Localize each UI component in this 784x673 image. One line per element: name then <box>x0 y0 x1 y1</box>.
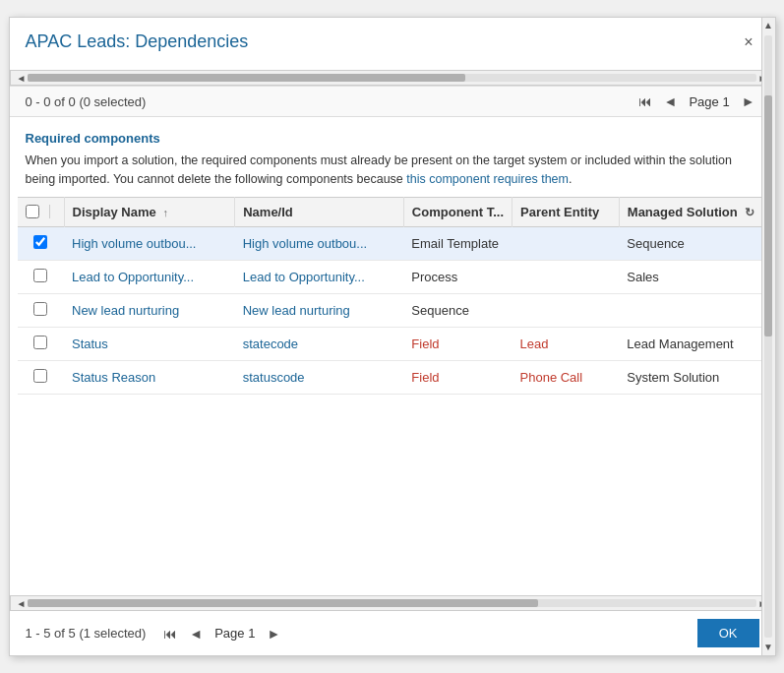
table-row: High volume outbou...High volume outbou.… <box>18 226 767 260</box>
bottom-pagination-info: 1 - 5 of 5 (1 selected) <box>26 626 147 641</box>
row-component-type[interactable]: Field <box>403 360 512 394</box>
row-managed-solution <box>619 293 766 327</box>
row-display-name[interactable]: New lead nurturing <box>64 293 235 327</box>
row-name-id[interactable]: Lead to Opportunity... <box>235 260 404 293</box>
row-parent-entity <box>513 293 620 327</box>
dependencies-table-wrapper: Display Name ↑ Name/Id Component T... Pa… <box>10 197 775 592</box>
row-parent-entity[interactable]: Lead <box>513 327 620 360</box>
row-component-type: Sequence <box>403 293 512 327</box>
row-checkbox[interactable] <box>33 269 47 282</box>
top-pagination-bar: 0 - 0 of 0 (0 selected) ⏮ ◄ Page 1 ► <box>10 86 775 117</box>
required-components-section: Required components When you import a so… <box>10 117 775 197</box>
bottom-scroll-left-arrow[interactable]: ◄ <box>15 598 29 609</box>
row-managed-solution: Lead Management <box>619 327 766 360</box>
desc-text-2: . <box>569 172 572 186</box>
row-managed-solution: System Solution <box>619 360 766 394</box>
top-pagination-info: 0 - 0 of 0 (0 selected) <box>26 94 147 109</box>
row-name-id[interactable]: High volume outbou... <box>235 226 404 260</box>
bottom-next-page-button[interactable]: ► <box>263 625 284 642</box>
top-page-label: Page 1 <box>689 94 729 109</box>
scroll-thumb-top <box>28 74 464 82</box>
table-row: Status ReasonstatuscodeFieldPhone CallSy… <box>18 360 767 394</box>
scroll-thumb <box>764 95 772 336</box>
row-display-name[interactable]: Status <box>64 327 235 360</box>
table-row: Lead to Opportunity...Lead to Opportunit… <box>18 260 767 293</box>
dialog-header: APAC Leads: Dependencies × <box>10 18 775 62</box>
table-row: New lead nurturingNew lead nurturingSequ… <box>18 293 767 327</box>
section-title: Required components <box>26 131 759 146</box>
row-parent-entity[interactable]: Phone Call <box>513 360 620 394</box>
col-header-parent-entity[interactable]: Parent Entity <box>513 197 620 226</box>
scroll-thumb-bottom <box>28 599 537 607</box>
col-header-display-name[interactable]: Display Name ↑ <box>64 197 235 226</box>
row-checkbox[interactable] <box>33 302 47 316</box>
bottom-first-page-button[interactable]: ⏮ <box>159 625 181 642</box>
col-separator <box>49 205 50 218</box>
col-header-name-id[interactable]: Name/Id <box>235 197 404 226</box>
desc-link-text: this component requires them <box>406 172 569 186</box>
table-row: StatusstatecodeFieldLeadLead Management <box>18 327 767 360</box>
row-name-id[interactable]: New lead nurturing <box>235 293 404 327</box>
row-checkbox-cell <box>18 360 65 394</box>
col-header-checkbox <box>18 197 65 226</box>
row-parent-entity <box>513 260 620 293</box>
dependencies-dialog: ▲ ▼ APAC Leads: Dependencies × ◄ ► 0 - 0… <box>9 17 776 656</box>
row-managed-solution: Sales <box>619 260 766 293</box>
row-name-id[interactable]: statecode <box>235 327 404 360</box>
scroll-track <box>764 35 772 638</box>
top-pagination-controls: ⏮ ◄ Page 1 ► <box>634 92 759 110</box>
row-component-type: Email Template <box>403 226 512 260</box>
row-checkbox-cell <box>18 260 65 293</box>
top-prev-page-button[interactable]: ◄ <box>660 92 682 110</box>
vertical-scrollbar[interactable]: ▲ ▼ <box>761 18 775 655</box>
scroll-track-top <box>28 74 755 82</box>
section-description: When you import a solution, the required… <box>26 152 759 189</box>
close-button[interactable]: × <box>738 32 758 52</box>
ok-button[interactable]: OK <box>697 619 759 647</box>
row-display-name[interactable]: High volume outbou... <box>64 226 235 260</box>
select-all-checkbox[interactable] <box>26 205 39 218</box>
table-header-row: Display Name ↑ Name/Id Component T... Pa… <box>18 197 767 226</box>
top-first-page-button[interactable]: ⏮ <box>634 92 656 110</box>
row-parent-entity <box>513 226 620 260</box>
table-body: High volume outbou...High volume outbou.… <box>18 226 767 394</box>
row-component-type[interactable]: Field <box>403 327 512 360</box>
bottom-pagination-bar: 1 - 5 of 5 (1 selected) ⏮ ◄ Page 1 ► <box>26 625 285 642</box>
dialog-title: APAC Leads: Dependencies <box>26 31 249 52</box>
row-name-id[interactable]: statuscode <box>235 360 404 394</box>
bottom-prev-page-button[interactable]: ◄ <box>185 625 207 642</box>
dialog-footer: 1 - 5 of 5 (1 selected) ⏮ ◄ Page 1 ► OK <box>10 611 775 655</box>
row-checkbox-cell <box>18 293 65 327</box>
scroll-up-arrow[interactable]: ▲ <box>763 18 773 33</box>
row-component-type: Process <box>403 260 512 293</box>
row-checkbox-cell <box>18 327 65 360</box>
row-checkbox-cell <box>18 226 65 260</box>
scroll-track-bottom <box>28 599 755 607</box>
desc-text-1: When you import a solution, the required… <box>26 153 732 186</box>
row-checkbox[interactable] <box>33 235 47 249</box>
top-next-page-button[interactable]: ► <box>738 92 759 110</box>
row-checkbox[interactable] <box>33 369 47 383</box>
sort-asc-icon: ↑ <box>162 207 168 218</box>
dependencies-table: Display Name ↑ Name/Id Component T... Pa… <box>18 197 767 395</box>
scroll-down-arrow[interactable]: ▼ <box>763 640 773 655</box>
row-display-name[interactable]: Status Reason <box>64 360 235 394</box>
bottom-scrollbar[interactable]: ◄ ► <box>10 595 775 611</box>
refresh-icon[interactable]: ↻ <box>745 206 754 219</box>
col-header-component-type[interactable]: Component T... <box>403 197 512 226</box>
row-checkbox[interactable] <box>33 336 47 349</box>
row-display-name[interactable]: Lead to Opportunity... <box>64 260 235 293</box>
col-header-managed-solution[interactable]: Managed Solution ↻ <box>619 197 766 226</box>
row-managed-solution: Sequence <box>619 226 766 260</box>
scroll-left-arrow[interactable]: ◄ <box>15 73 29 84</box>
top-scrollbar[interactable]: ◄ ► <box>10 70 775 86</box>
bottom-page-label: Page 1 <box>214 626 255 641</box>
